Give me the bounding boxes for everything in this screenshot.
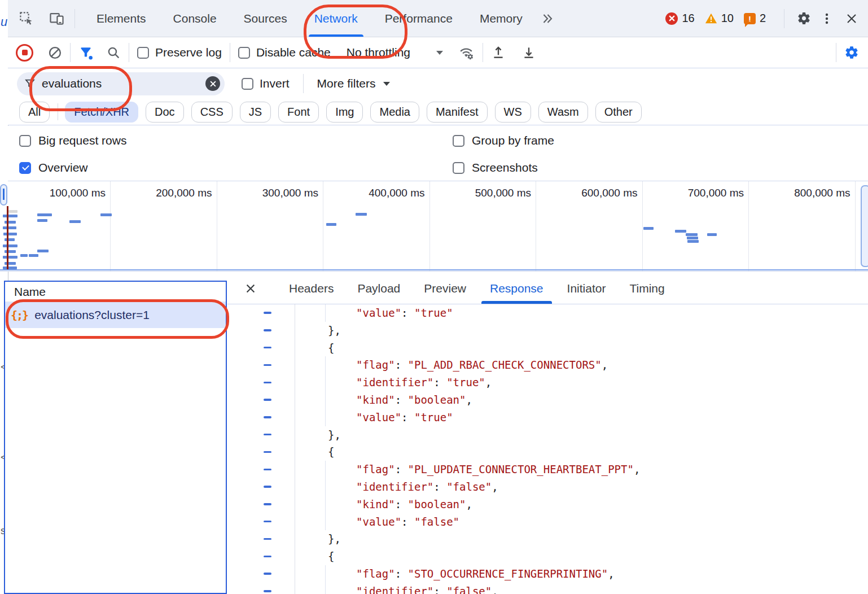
close-devtools-icon[interactable] xyxy=(839,12,865,25)
tab-sources[interactable]: Sources xyxy=(230,0,301,37)
error-badge[interactable]: 16 xyxy=(665,12,694,25)
chip-doc[interactable]: Doc xyxy=(146,102,184,123)
network-conditions-icon[interactable] xyxy=(458,45,475,60)
chip-manifest[interactable]: Manifest xyxy=(427,102,488,123)
chip-all[interactable]: All xyxy=(19,102,50,123)
response-line: "value": "false" xyxy=(227,513,868,531)
fold-marker[interactable] xyxy=(227,391,295,409)
chip-wasm[interactable]: Wasm xyxy=(538,102,588,123)
throttling-select-value[interactable]: No throttling xyxy=(347,46,410,59)
preserve-log-box[interactable] xyxy=(137,47,149,59)
kebab-menu-icon[interactable] xyxy=(815,12,839,25)
fold-marker[interactable] xyxy=(227,548,295,565)
waterfall-bar xyxy=(686,233,698,236)
disable-cache-box[interactable] xyxy=(238,47,250,59)
detail-tab-payload[interactable]: Payload xyxy=(345,273,412,304)
fold-marker[interactable] xyxy=(227,478,295,496)
waterfall-bar xyxy=(3,244,17,247)
chip-img[interactable]: Img xyxy=(326,102,363,123)
waterfall-bar xyxy=(707,233,717,236)
network-settings-gear-icon[interactable] xyxy=(844,45,859,60)
fold-marker[interactable] xyxy=(227,374,295,391)
response-line: }, xyxy=(227,426,868,444)
fold-marker[interactable] xyxy=(227,356,295,374)
filter-input[interactable]: evaluations xyxy=(17,72,225,95)
clear-network-log-icon[interactable] xyxy=(48,46,62,60)
preserve-log-checkbox[interactable]: Preserve log xyxy=(137,46,222,59)
tab-console[interactable]: Console xyxy=(160,0,230,37)
filter-icon[interactable] xyxy=(78,45,93,60)
screenshots-box[interactable] xyxy=(453,162,464,174)
device-toolbar-icon[interactable] xyxy=(46,11,67,26)
code-text: "identifier": "true", xyxy=(295,374,868,391)
tab-memory[interactable]: Memory xyxy=(466,0,536,37)
inspect-element-icon[interactable] xyxy=(16,11,36,26)
settings-gear-icon[interactable] xyxy=(792,11,815,25)
chip-css[interactable]: CSS xyxy=(191,102,233,123)
chip-ws[interactable]: WS xyxy=(495,102,531,123)
more-filters-button[interactable]: More filters xyxy=(317,77,376,90)
network-overview-timeline[interactable]: 100,000 ms200,000 ms300,000 ms400,000 ms… xyxy=(0,181,868,272)
record-network-log-button[interactable] xyxy=(16,44,33,62)
overview-checkbox[interactable]: Overview xyxy=(19,161,88,174)
tab-network[interactable]: Network xyxy=(301,0,371,37)
fold-marker[interactable] xyxy=(227,322,295,339)
tab-performance[interactable]: Performance xyxy=(371,0,466,37)
fold-marker[interactable] xyxy=(227,530,295,548)
fold-marker[interactable] xyxy=(227,304,295,322)
fold-marker[interactable] xyxy=(227,461,295,478)
request-name[interactable]: evaluations?cluster=1 xyxy=(34,308,150,322)
more-filters-caret-icon[interactable] xyxy=(383,82,390,86)
group-by-frame-checkbox[interactable]: Group by frame xyxy=(453,134,554,147)
clear-filter-icon[interactable] xyxy=(205,76,220,91)
name-column-header[interactable]: Name xyxy=(5,282,226,302)
tab-elements[interactable]: Elements xyxy=(83,0,160,37)
fold-marker[interactable] xyxy=(227,513,295,531)
disable-cache-checkbox[interactable]: Disable cache xyxy=(238,46,331,59)
code-text: "identifier": "false", xyxy=(295,478,868,496)
code-text: "value": "true" xyxy=(295,409,868,426)
overview-box[interactable] xyxy=(19,162,31,174)
big-request-rows-box[interactable] xyxy=(19,135,31,147)
fold-marker[interactable] xyxy=(227,339,295,357)
screenshots-checkbox[interactable]: Screenshots xyxy=(453,161,538,174)
fold-marker[interactable] xyxy=(227,443,295,461)
fold-marker[interactable] xyxy=(227,496,295,513)
chip-media[interactable]: Media xyxy=(370,102,419,123)
response-viewer[interactable]: "value": "true"},{"flag": "PL_ADD_RBAC_C… xyxy=(227,304,868,594)
issues-badge[interactable]: ! 2 xyxy=(744,12,766,25)
fold-marker[interactable] xyxy=(227,565,295,583)
export-har-icon[interactable] xyxy=(521,45,536,60)
warning-badge[interactable]: 10 xyxy=(705,12,734,25)
close-detail-icon[interactable] xyxy=(244,282,257,295)
detail-tab-preview[interactable]: Preview xyxy=(412,273,478,304)
big-request-rows-checkbox[interactable]: Big request rows xyxy=(19,134,126,147)
chip-font[interactable]: Font xyxy=(278,102,319,123)
import-har-icon[interactable] xyxy=(491,45,506,60)
overview-left-handle[interactable] xyxy=(0,184,7,206)
fold-marker[interactable] xyxy=(227,583,295,594)
chip-separator xyxy=(58,103,58,120)
chip-other[interactable]: Other xyxy=(595,102,642,123)
more-panels-icon[interactable] xyxy=(541,12,554,25)
chip-fetch-xhr[interactable]: Fetch/XHR xyxy=(65,102,138,123)
filter-query-text[interactable]: evaluations xyxy=(42,77,205,90)
throttling-caret-icon[interactable] xyxy=(436,51,443,55)
big-request-rows-label: Big request rows xyxy=(38,134,126,147)
panel-tabs: ElementsConsoleSourcesNetworkPerformance… xyxy=(83,0,536,37)
fold-marker[interactable] xyxy=(227,409,295,426)
overview-right-handle[interactable] xyxy=(861,185,868,267)
chip-js[interactable]: JS xyxy=(240,102,271,123)
detail-tab-initiator[interactable]: Initiator xyxy=(555,273,618,304)
search-icon[interactable] xyxy=(107,46,121,60)
detail-tab-timing[interactable]: Timing xyxy=(617,273,676,304)
code-text: "kind": "boolean", xyxy=(295,391,868,409)
detail-tab-response[interactable]: Response xyxy=(478,273,555,304)
detail-tab-headers[interactable]: Headers xyxy=(277,273,345,304)
invert-checkbox[interactable]: Invert xyxy=(242,77,290,90)
invert-box[interactable] xyxy=(242,78,253,90)
fold-marker[interactable] xyxy=(227,426,295,444)
waterfall-bar xyxy=(5,262,16,265)
request-row-selected[interactable]: {;} evaluations?cluster=1 xyxy=(5,302,226,328)
group-by-frame-box[interactable] xyxy=(453,135,464,147)
